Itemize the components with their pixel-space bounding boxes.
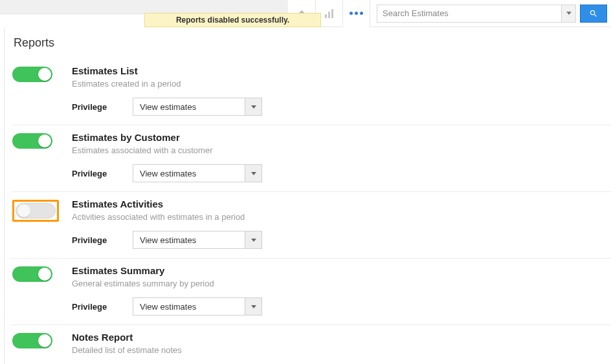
report-row: Notes ReportDetailed list of estimate no… <box>11 325 611 364</box>
report-description: Detailed list of estimate notes <box>72 345 611 355</box>
toggle-knob <box>17 204 30 217</box>
report-body: Estimates ActivitiesActivities associate… <box>72 198 611 249</box>
toggle-cell <box>11 265 72 282</box>
toggle-knob <box>38 334 51 347</box>
bar-chart-icon <box>325 9 333 18</box>
privilege-label: Privilege <box>72 235 133 245</box>
privilege-row: PrivilegeView estimates <box>72 98 611 116</box>
search-icon <box>589 9 598 18</box>
toggle-knob <box>38 268 51 281</box>
triangle-down-icon <box>251 105 256 109</box>
report-row: Estimates SummaryGeneral estimates summa… <box>11 259 611 325</box>
report-title: Estimates by Customer <box>72 132 611 143</box>
report-row: Estimates by CustomerEstimates associate… <box>11 125 611 192</box>
privilege-row: PrivilegeView estimates <box>72 164 611 182</box>
top-toolbar: ◢◣ <box>288 0 611 27</box>
privilege-arrow <box>245 165 261 182</box>
chevron-down-icon <box>566 12 572 15</box>
report-toggle[interactable] <box>16 203 56 219</box>
toggle-cell <box>11 198 72 224</box>
report-toggle[interactable] <box>12 266 52 282</box>
search-scope-dropdown[interactable] <box>561 5 575 22</box>
privilege-arrow <box>245 298 261 315</box>
report-title: Estimates Summary <box>72 265 611 276</box>
privilege-label: Privilege <box>72 302 133 312</box>
report-row: Estimates ListEstimates created in a per… <box>11 59 611 125</box>
search-button[interactable] <box>580 5 607 23</box>
privilege-label: Privilege <box>72 102 133 112</box>
report-description: Estimates created in a period <box>72 79 611 89</box>
privilege-arrow <box>245 231 261 248</box>
report-description: Activities associated with estimates in … <box>72 212 611 222</box>
report-title: Notes Report <box>72 332 611 343</box>
triangle-down-icon <box>251 172 256 175</box>
section-title: Reports <box>14 36 611 50</box>
reports-list: Estimates ListEstimates created in a per… <box>11 59 611 364</box>
report-body: Estimates SummaryGeneral estimates summa… <box>72 265 611 316</box>
report-title: Estimates List <box>72 65 611 76</box>
privilege-select[interactable]: View estimates <box>133 98 262 116</box>
toggle-knob <box>38 68 51 81</box>
report-body: Notes ReportDetailed list of estimate no… <box>72 332 611 364</box>
toggle-cell <box>11 132 72 149</box>
toggle-highlight <box>12 200 59 222</box>
privilege-value: View estimates <box>133 298 245 315</box>
toggle-knob <box>38 134 51 147</box>
toggle-cell <box>11 332 72 348</box>
triangle-down-icon <box>251 239 256 242</box>
triangle-down-icon <box>251 305 256 308</box>
report-description: Estimates associated with a customer <box>72 145 611 155</box>
report-body: Estimates by CustomerEstimates associate… <box>72 132 611 182</box>
privilege-value: View estimates <box>133 231 245 248</box>
report-toggle[interactable] <box>12 333 52 348</box>
report-row: Estimates ActivitiesActivities associate… <box>11 192 611 259</box>
more-dots-icon <box>350 12 363 15</box>
privilege-row: PrivilegeView estimates <box>72 297 611 316</box>
privilege-label: Privilege <box>72 169 133 178</box>
toggle-cell <box>11 65 72 82</box>
report-description: General estimates summary by period <box>72 279 611 288</box>
privilege-arrow <box>245 98 261 115</box>
privilege-select[interactable]: View estimates <box>133 297 262 316</box>
report-body: Estimates ListEstimates created in a per… <box>72 65 611 116</box>
privilege-select[interactable]: View estimates <box>133 164 262 182</box>
search-bar <box>370 0 611 27</box>
notification-banner: Reports disabled successfully. <box>144 13 321 27</box>
report-title: Estimates Activities <box>72 198 611 209</box>
more-menu-button[interactable] <box>342 0 370 27</box>
privilege-select[interactable]: View estimates <box>133 231 262 249</box>
search-input[interactable] <box>377 5 561 22</box>
privilege-value: View estimates <box>133 98 245 115</box>
report-toggle[interactable] <box>12 133 52 149</box>
reports-panel: Reports Estimates ListEstimates created … <box>4 27 611 364</box>
privilege-value: View estimates <box>133 165 245 182</box>
report-toggle[interactable] <box>12 67 52 82</box>
privilege-row: PrivilegeView estimates <box>72 231 611 249</box>
search-input-group <box>377 5 576 23</box>
